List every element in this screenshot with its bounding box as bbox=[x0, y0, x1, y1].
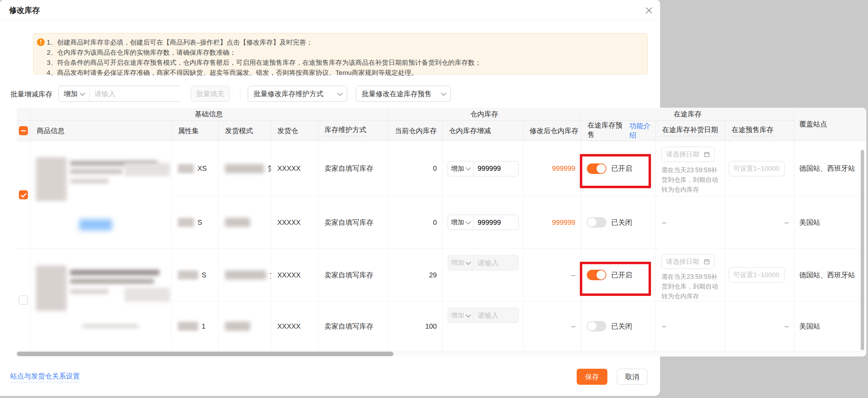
inventory-table: 基础信息 仓内库存 在途库存 覆盖站点 商品信息 属性集 发货模式 发货仓 库存… bbox=[17, 108, 866, 357]
chevron-down-icon bbox=[337, 90, 343, 96]
batch-qty-input[interactable] bbox=[90, 86, 192, 101]
date-picker-input[interactable]: 请选择日期 bbox=[661, 147, 714, 162]
sites-cell: 美国站 bbox=[794, 301, 866, 351]
adjust-control: 增加 bbox=[448, 161, 519, 176]
adjust-value-input[interactable] bbox=[473, 161, 518, 176]
batch-maintain-label: 批量修改库存维护方式 bbox=[254, 89, 323, 99]
adjust-mode-select[interactable]: 增加 bbox=[448, 161, 473, 176]
col-header-restock-date: 在途库存补货日期 bbox=[656, 121, 725, 141]
transit-stock-input[interactable] bbox=[729, 267, 785, 283]
attrs-cell: XS bbox=[172, 141, 219, 196]
close-icon[interactable] bbox=[644, 6, 654, 15]
transit-stock-cell bbox=[725, 141, 794, 196]
batch-toolbar: 批量增减库存 增加 批量填充 批量修改库存维护方式 批量修改在途库存预售 bbox=[0, 86, 660, 102]
batch-mode-select[interactable]: 增加 bbox=[59, 86, 90, 101]
col-header-current: 当前仓内库存 bbox=[388, 121, 443, 141]
notice-line: 3、符合条件的商品可开启在途库存预售模式，仓内库存售罄后，可启用在途预售库存，在… bbox=[47, 58, 481, 68]
batch-adjust-control: 增加 bbox=[58, 86, 183, 102]
save-button[interactable]: 保存 bbox=[577, 369, 607, 385]
group-header-empty bbox=[17, 108, 30, 121]
after-stock-cell: – bbox=[523, 301, 581, 351]
header-checkbox-cell bbox=[17, 121, 30, 141]
ship-warehouse-cell: XXXXX bbox=[271, 301, 318, 351]
attrs-cell: 1 bbox=[172, 301, 219, 351]
adjust-mode-select[interactable]: 增加 bbox=[448, 255, 473, 270]
date-help-text: 需在当天23:59:59补货到仓库，到期自动转为仓内库存 bbox=[661, 165, 723, 194]
col-header-after: 修改后仓内库存 bbox=[523, 121, 581, 141]
product-title-blurred bbox=[70, 270, 159, 275]
adjust-cell: 增加 bbox=[443, 196, 523, 249]
notice-line: 2、仓内库存为该商品在仓库的实物库存数，请确保库存数准确； bbox=[47, 47, 481, 58]
col-header-ship-warehouse: 发货仓 bbox=[271, 121, 318, 141]
ship-warehouse-cell: XXXXX bbox=[271, 196, 318, 249]
row-checkbox-unchecked[interactable] bbox=[19, 296, 28, 305]
product-image-blurred bbox=[36, 266, 67, 311]
notice-text: 1、创建商品时库存非必填，创建后可在【商品列表–操作栏】点击【修改库存】及时完善… bbox=[47, 37, 481, 74]
sites-cell: 德国站、西班牙站 bbox=[794, 141, 866, 196]
attr-blurred bbox=[178, 270, 198, 280]
date-picker-input[interactable]: 请选择日期 bbox=[661, 254, 714, 269]
notice-line: 4、商品发布时请务必保证库存准确，商家不得因缺货、超卖等而漏发、错发，否则将按商… bbox=[47, 68, 481, 78]
attr-blurred bbox=[178, 218, 194, 227]
adjust-value-input[interactable] bbox=[473, 215, 518, 230]
product-text-blurred bbox=[83, 324, 139, 328]
adjust-mode-select[interactable]: 增加 bbox=[448, 308, 473, 323]
ship-mode-blurred bbox=[225, 164, 264, 173]
presale-toggle-off[interactable] bbox=[587, 217, 606, 228]
adjust-control: 增加 bbox=[448, 215, 519, 230]
col-header-presale-label: 在途库存预售 bbox=[588, 121, 627, 141]
chevron-down-icon bbox=[441, 90, 447, 96]
vertical-scrollbar[interactable] bbox=[861, 150, 864, 350]
adjust-mode-value: 增加 bbox=[451, 164, 464, 173]
product-text-blurred bbox=[70, 179, 108, 183]
transit-stock-cell: – bbox=[725, 196, 794, 249]
batch-fill-button[interactable]: 批量填充 bbox=[191, 86, 230, 102]
ship-warehouse-cell: XXXXX bbox=[271, 249, 318, 301]
col-header-adjust: 仓内库存增减 bbox=[443, 121, 523, 141]
col-header-transit-stock-label: 在途预售库存 bbox=[732, 125, 773, 136]
horizontal-scrollbar[interactable] bbox=[17, 352, 394, 356]
chevron-down-icon bbox=[80, 90, 85, 96]
col-header-restock-label: 在途库存补货日期 bbox=[662, 125, 718, 136]
product-title-blurred bbox=[70, 279, 154, 284]
presale-toggle-cell: 已关闭 bbox=[581, 301, 656, 351]
restock-date-cell: 请选择日期 需在当天23:59:59补货到仓库，到期自动转为仓内库存 bbox=[656, 249, 725, 301]
ship-mode-blurred bbox=[225, 322, 250, 331]
product-text-blurred bbox=[70, 169, 122, 174]
group-header-warehouse: 仓内库存 bbox=[388, 108, 581, 121]
batch-maintain-select[interactable]: 批量修改库存维护方式 bbox=[248, 86, 347, 102]
presale-toggle-off[interactable] bbox=[587, 321, 606, 331]
chevron-down-icon bbox=[465, 312, 471, 317]
col-header-product: 商品信息 bbox=[30, 121, 172, 141]
group-header-basic: 基础信息 bbox=[30, 108, 388, 121]
attrs-cell: S bbox=[172, 196, 219, 249]
select-all-checkbox[interactable] bbox=[19, 126, 28, 135]
row-checkbox-checked[interactable] bbox=[19, 190, 28, 199]
ship-mode-cell: 货 bbox=[219, 249, 271, 301]
presale-info-link[interactable]: 功能介绍 bbox=[629, 121, 656, 140]
adjust-cell: 增加 bbox=[443, 141, 523, 196]
batch-presale-select[interactable]: 批量修改在途库存预售 bbox=[356, 86, 451, 102]
modal-header: 修改库存 bbox=[0, 0, 660, 21]
toolbar-divider bbox=[240, 89, 240, 99]
adjust-mode-value: 增加 bbox=[451, 258, 464, 267]
col-header-transit-stock: 在途预售库存 bbox=[725, 121, 794, 141]
attr-visible-text: S bbox=[197, 219, 202, 227]
transit-stock-input[interactable] bbox=[729, 161, 785, 176]
chevron-down-icon bbox=[465, 165, 471, 171]
notice-banner: ! 1、创建商品时库存非必填，创建后可在【商品列表–操作栏】点击【修改库存】及时… bbox=[33, 33, 648, 74]
adjust-value-input[interactable] bbox=[473, 255, 518, 270]
site-warehouse-relation-link[interactable]: 站点与发货仓关系设置 bbox=[10, 372, 80, 382]
ship-mode-blurred bbox=[225, 270, 266, 280]
attr-visible-text: XS bbox=[197, 164, 207, 173]
toggle-label: 已关闭 bbox=[611, 322, 632, 331]
attr-visible-text: S bbox=[202, 271, 206, 279]
adjust-mode-select[interactable]: 增加 bbox=[448, 215, 473, 230]
cancel-button[interactable]: 取消 bbox=[617, 369, 648, 385]
batch-presale-label: 批量修改在途库存预售 bbox=[362, 89, 432, 99]
annotation-box-row3-toggle bbox=[580, 262, 651, 296]
adjust-value-input[interactable] bbox=[473, 308, 518, 323]
adjust-control-disabled: 增加 bbox=[448, 255, 519, 270]
maintain-cell: 卖家自填写库存 bbox=[318, 196, 388, 249]
chevron-down-icon bbox=[465, 259, 471, 265]
